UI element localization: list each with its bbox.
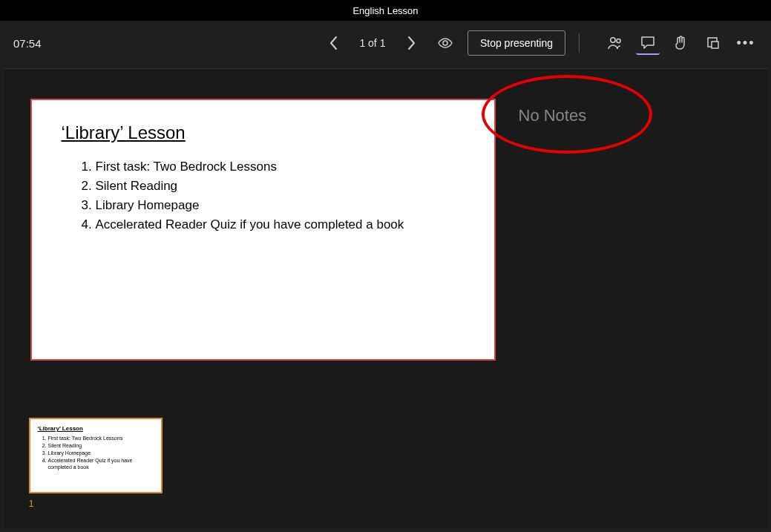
presenter-toolbar: 07:54 1 of 1 Stop presenting	[0, 21, 771, 65]
slide-list-item: Library Homepage	[96, 198, 465, 213]
chevron-left-icon	[329, 36, 339, 50]
next-slide-button[interactable]	[399, 31, 423, 55]
thumbnail-list-item: Accelerated Reader Quiz if you have comp…	[48, 457, 154, 470]
current-slide: ‘Library’ Lesson First task: Two Bedrock…	[30, 99, 496, 361]
popout-icon	[706, 36, 721, 50]
svg-rect-4	[712, 42, 718, 48]
view-mode-button[interactable]	[433, 31, 457, 55]
stop-presenting-button[interactable]: Stop presenting	[467, 30, 565, 56]
ellipsis-icon: •••	[737, 36, 755, 51]
raise-hand-button[interactable]	[669, 31, 692, 55]
svg-point-2	[617, 39, 620, 42]
notes-panel[interactable]: No Notes	[519, 106, 587, 125]
thumbnail-title: ‘Library’ Lesson	[38, 425, 154, 432]
slide-title: ‘Library’ Lesson	[62, 122, 465, 143]
thumbnail-list-item: Silent Reading	[48, 442, 154, 449]
presentation-stage: ‘Library’ Lesson First task: Two Bedrock…	[4, 68, 768, 528]
svg-point-0	[443, 41, 447, 45]
more-actions-button[interactable]: •••	[734, 31, 758, 55]
prev-slide-button[interactable]	[322, 31, 346, 55]
chat-button[interactable]	[636, 31, 660, 55]
hand-icon	[673, 35, 688, 51]
slide-list-item: Accelerated Reader Quiz if you have comp…	[96, 217, 465, 232]
slide-thumbnail[interactable]: ‘Library’ Lesson First task: Two Bedrock…	[29, 418, 163, 493]
title-bar: English Lesson	[0, 0, 771, 21]
slide-list: First task: Two Bedrock Lessons Silent R…	[62, 160, 465, 232]
thumbnail-strip: ‘Library’ Lesson First task: Two Bedrock…	[29, 418, 163, 509]
slide-list-item: First task: Two Bedrock Lessons	[96, 160, 465, 174]
chevron-right-icon	[406, 36, 416, 50]
call-duration: 07:54	[13, 37, 42, 50]
thumbnail-number: 1	[29, 498, 163, 509]
slide-counter: 1 of 1	[356, 37, 389, 49]
thumbnail-list: First task: Two Bedrock Lessons Silent R…	[38, 435, 154, 470]
center-controls: 1 of 1 Stop presenting •••	[322, 30, 758, 56]
svg-point-1	[611, 38, 615, 42]
thumbnail-list-item: First task: Two Bedrock Lessons	[48, 435, 154, 441]
slide-list-item: Silent Reading	[96, 179, 465, 194]
eye-icon	[437, 37, 453, 49]
people-icon	[607, 36, 623, 50]
chat-icon	[640, 35, 656, 50]
right-controls: •••	[603, 31, 758, 55]
popout-button[interactable]	[701, 31, 725, 55]
participants-button[interactable]	[603, 31, 627, 55]
separator	[579, 33, 580, 53]
thumbnail-list-item: Library Homepage	[48, 450, 154, 456]
meeting-title: English Lesson	[352, 5, 418, 16]
